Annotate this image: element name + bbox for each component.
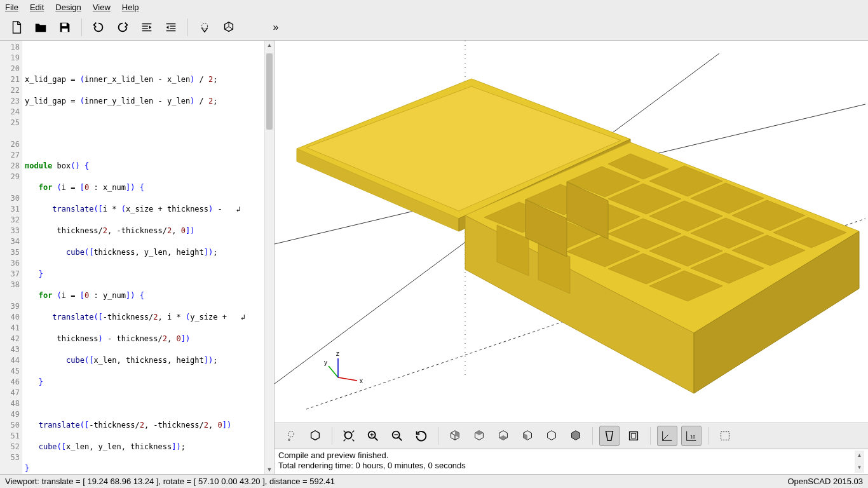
show-edges-icon[interactable]	[715, 426, 735, 446]
svg-point-41	[288, 431, 294, 437]
axis-z-label: z	[336, 350, 339, 357]
svg-rect-0	[62, 23, 66, 26]
unindent-button[interactable]	[137, 17, 157, 37]
console: Compile and preview finished. Total rend…	[275, 449, 868, 474]
separator	[187, 18, 188, 36]
svg-line-39	[329, 366, 338, 377]
scroll-up-icon[interactable]: ▲	[266, 41, 273, 50]
open-file-button[interactable]	[31, 17, 51, 37]
render-canvas: x y z	[275, 41, 868, 422]
line-gutter: 1819202122232425 26272829 30313233343536…	[0, 41, 22, 474]
view-left-icon[interactable]	[517, 426, 538, 446]
menu-edit[interactable]: Edit	[30, 3, 44, 12]
preview-icon[interactable]: »	[281, 426, 301, 446]
svg-line-55	[663, 435, 668, 440]
redo-button[interactable]	[112, 17, 133, 37]
svg-rect-51	[630, 431, 638, 440]
menu-design[interactable]: Design	[55, 3, 81, 12]
menu-view[interactable]: View	[93, 3, 111, 12]
reset-view-icon[interactable]	[411, 426, 431, 446]
svg-point-2	[201, 23, 207, 29]
separator	[708, 427, 709, 445]
svg-rect-52	[631, 433, 635, 438]
view-bottom-icon[interactable]	[493, 426, 513, 446]
separator	[332, 427, 332, 445]
separator	[650, 427, 651, 445]
scroll-down-icon[interactable]: ▼	[266, 465, 273, 474]
viewport-toolbar: » 10	[275, 422, 868, 449]
3d-viewport[interactable]: x y z	[275, 41, 868, 422]
show-scale-icon[interactable]: 10	[681, 426, 702, 446]
new-file-button[interactable]	[6, 17, 27, 37]
scroll-thumb[interactable]	[266, 53, 273, 130]
toolbar-overflow-button[interactable]: »	[266, 17, 286, 37]
svg-line-45	[375, 437, 378, 440]
svg-line-49	[399, 437, 402, 440]
viewport-panel: x y z » 10	[275, 41, 868, 474]
show-axes-icon[interactable]	[657, 426, 677, 446]
axis-y-label: y	[324, 359, 327, 366]
indent-button[interactable]	[161, 17, 181, 37]
perspective-icon[interactable]	[599, 426, 620, 446]
status-bar: Viewport: translate = [ 19.24 68.96 13.2…	[0, 474, 868, 488]
undo-button[interactable]	[88, 17, 109, 37]
code-area[interactable]: x_lid_gap = (inner_x_lid_len - x_len) / …	[22, 41, 264, 474]
axis-x-label: x	[360, 377, 363, 384]
render-button[interactable]	[219, 17, 239, 37]
version-label: OpenSCAD 2015.03	[787, 477, 863, 486]
console-line: Total rendering time: 0 hours, 0 minutes…	[278, 461, 855, 471]
svg-line-38	[338, 377, 357, 381]
view-back-icon[interactable]	[566, 426, 586, 446]
svg-point-43	[345, 431, 352, 438]
menu-file[interactable]: File	[5, 3, 18, 12]
main-area: 1819202122232425 26272829 30313233343536…	[0, 41, 868, 474]
menu-help[interactable]: Help	[122, 3, 139, 12]
view-front-icon[interactable]	[541, 426, 562, 446]
preview-button[interactable]	[194, 17, 215, 37]
console-scrollbar[interactable]: ▲ ▼	[855, 451, 864, 473]
zoom-out-icon[interactable]	[387, 426, 407, 446]
menubar: File Edit Design View Help	[0, 0, 868, 14]
separator	[592, 427, 593, 445]
svg-text:»: »	[288, 437, 291, 443]
separator	[438, 427, 438, 445]
code-editor[interactable]: 1819202122232425 26272829 30313233343536…	[0, 41, 275, 474]
svg-rect-1	[62, 28, 67, 32]
separator	[81, 18, 82, 36]
viewport-status: Viewport: translate = [ 19.24 68.96 13.2…	[5, 477, 335, 486]
zoom-all-icon[interactable]	[339, 426, 359, 446]
zoom-in-icon[interactable]	[363, 426, 383, 446]
editor-scrollbar[interactable]: ▲ ▼	[264, 41, 274, 474]
render-icon[interactable]	[305, 426, 325, 446]
orthogonal-icon[interactable]	[623, 426, 644, 446]
view-right-icon[interactable]	[445, 426, 465, 446]
view-top-icon[interactable]	[469, 426, 489, 446]
console-line: Compile and preview finished.	[278, 451, 855, 461]
main-toolbar: »	[0, 14, 868, 41]
svg-text:10: 10	[690, 433, 695, 439]
svg-rect-59	[721, 431, 729, 440]
save-file-button[interactable]	[55, 17, 75, 37]
